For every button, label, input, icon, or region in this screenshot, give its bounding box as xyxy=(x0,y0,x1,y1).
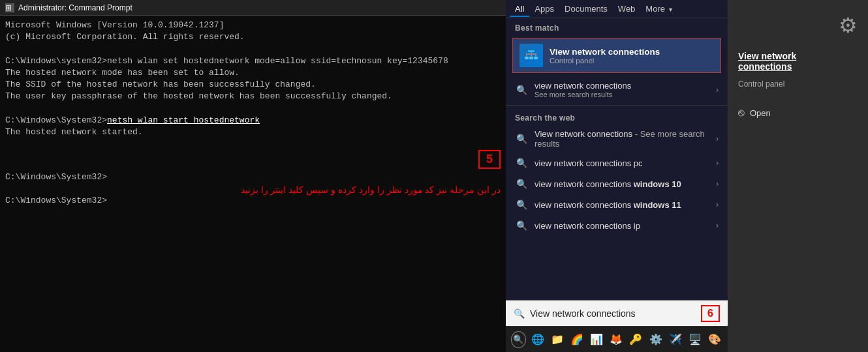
tab-apps[interactable]: Apps xyxy=(529,1,559,16)
cmd-line-8: The hosted network started. xyxy=(5,126,501,138)
taskbar: 🔍 🌐 📁 🌈 📊 🦊 🔑 ⚙️ ✈️ 🖥️ 🎨 xyxy=(506,326,728,352)
web-item-arrow-1: › xyxy=(716,158,719,168)
taskbar-explorer-icon[interactable]: 📁 xyxy=(550,330,565,349)
svg-rect-6 xyxy=(526,53,536,55)
cmd-body: Microsoft Windows [Version 10.0.19042.12… xyxy=(0,16,506,352)
taskbar-firefox-icon[interactable]: 🦊 xyxy=(608,330,624,349)
taskbar-security-icon[interactable]: 🔑 xyxy=(628,330,643,349)
taskbar-desktop-icon[interactable]: 🖥️ xyxy=(687,330,703,349)
web-search-icon-4: 🔍 xyxy=(515,219,528,232)
taskbar-chrome-icon[interactable]: 🌈 xyxy=(569,330,585,349)
step6-box: 6 xyxy=(701,305,720,322)
open-button[interactable]: ⎋ Open xyxy=(738,107,858,119)
svg-rect-0 xyxy=(525,57,529,59)
web-item-3[interactable]: 🔍 view network connections windows 11 › xyxy=(506,194,728,215)
tab-more[interactable]: More ▾ xyxy=(640,1,677,16)
search-bar: 🔍 View network connections 6 xyxy=(506,300,728,326)
cmd-line-6: The user key passphrase of the hosted ne… xyxy=(5,91,501,102)
right-panel-title: View networkconnections xyxy=(738,51,858,72)
taskbar-search-icon[interactable]: 🔍 xyxy=(511,331,526,348)
cmd-panel: ⊞ Administrator: Command Prompt Microsof… xyxy=(0,0,506,352)
search-item-text-1: view network connections See more search… xyxy=(535,81,709,98)
svg-rect-2 xyxy=(534,57,538,59)
web-item-text-0: View network connections - See more sear… xyxy=(535,129,709,149)
start-menu-tabs: All Apps Documents Web More ▾ xyxy=(506,0,728,18)
taskbar-excel-icon[interactable]: 📊 xyxy=(589,330,604,349)
tab-documents[interactable]: Documents xyxy=(559,1,613,16)
tab-all[interactable]: All xyxy=(510,1,529,16)
cmd-line-blank1 xyxy=(5,43,501,55)
search-item-arrow-1: › xyxy=(716,85,719,95)
step5-box: 5 xyxy=(478,150,501,169)
best-match-label: Best match xyxy=(506,18,728,35)
start-menu-panel: All Apps Documents Web More ▾ Best match xyxy=(506,0,728,352)
best-match-item[interactable]: View network connections Control panel xyxy=(512,38,721,73)
tab-web[interactable]: Web xyxy=(613,1,641,16)
cmd-line-3: C:\Windows\system32>netsh wlan set hoste… xyxy=(5,55,501,67)
web-item-arrow-0: › xyxy=(716,134,719,143)
open-label: Open xyxy=(750,108,771,118)
more-dropdown-arrow: ▾ xyxy=(669,6,672,13)
web-item-0[interactable]: 🔍 View network connections - See more se… xyxy=(506,125,728,153)
taskbar-edge-icon[interactable]: 🌐 xyxy=(530,330,546,349)
cmd-title: Administrator: Command Prompt xyxy=(18,3,132,12)
persian-instruction: در این مرحله نیز کد مورد نظر را وارد کرد… xyxy=(241,184,501,195)
web-search-icon-1: 🔍 xyxy=(515,156,528,169)
open-icon: ⎋ xyxy=(738,107,745,119)
web-item-arrow-4: › xyxy=(716,221,719,230)
taskbar-settings-icon[interactable]: ⚙️ xyxy=(647,330,663,349)
svg-rect-1 xyxy=(529,57,533,59)
taskbar-photoshop-icon[interactable]: 🎨 xyxy=(707,330,722,349)
web-item-text-1: view network connections pc xyxy=(535,158,709,168)
web-section-label: Search the web xyxy=(506,108,728,125)
web-item-text-4: view network connections ip xyxy=(535,221,709,231)
web-item-arrow-3: › xyxy=(716,200,719,209)
cmd-line-5: The SSID of the hosted network has been … xyxy=(5,79,501,91)
web-item-4[interactable]: 🔍 view network connections ip › xyxy=(506,215,728,236)
web-search-icon-0: 🔍 xyxy=(515,132,528,145)
web-search-icon-3: 🔍 xyxy=(515,198,528,211)
search-query[interactable]: View network connections xyxy=(530,308,696,319)
settings-gear-icon: ⚙ xyxy=(839,13,858,38)
best-match-text: View network connections Control panel xyxy=(550,47,660,65)
cmd-line-10: C:\Windows\System32> xyxy=(5,195,501,207)
divider-1 xyxy=(506,105,728,106)
cmd-line-blank2 xyxy=(5,102,501,114)
cmd-line-4: The hosted network mode has been set to … xyxy=(5,67,501,79)
taskbar-telegram-icon[interactable]: ✈️ xyxy=(668,330,683,349)
right-preview-panel: ⚙ View networkconnections Control panel … xyxy=(728,0,868,352)
svg-rect-8 xyxy=(528,50,535,52)
web-item-text-2: view network connections windows 10 xyxy=(535,179,709,189)
search-bar-icon: 🔍 xyxy=(514,308,525,319)
search-results-list: Best match View network connections Cont xyxy=(506,18,728,300)
cmd-line-blank3 xyxy=(5,138,501,150)
cmd-window-icon: ⊞ xyxy=(5,3,14,12)
web-item-arrow-2: › xyxy=(716,179,719,188)
web-item-2[interactable]: 🔍 view network connections windows 10 › xyxy=(506,173,728,194)
web-item-1[interactable]: 🔍 view network connections pc › xyxy=(506,153,728,173)
search-loop-icon-1: 🔍 xyxy=(515,83,528,96)
network-connections-icon xyxy=(519,44,543,67)
cmd-line-7: C:\Windows\System32>netsh wlan start hos… xyxy=(5,115,501,126)
cmd-line-2: (c) Microsoft Corporation. All rights re… xyxy=(5,31,501,43)
cmd-line-9: C:\Windows\System32> xyxy=(5,171,501,183)
cmd-titlebar: ⊞ Administrator: Command Prompt xyxy=(0,0,506,16)
cmd-line-1: Microsoft Windows [Version 10.0.19042.12… xyxy=(5,20,501,31)
best-match-subtitle: Control panel xyxy=(550,57,660,65)
web-search-icon-2: 🔍 xyxy=(515,177,528,190)
search-item-view-connections[interactable]: 🔍 view network connections See more sear… xyxy=(506,77,728,102)
web-item-text-3: view network connections windows 11 xyxy=(535,200,709,210)
right-panel-subtitle: Control panel xyxy=(738,80,858,89)
best-match-title: View network connections xyxy=(550,47,660,57)
